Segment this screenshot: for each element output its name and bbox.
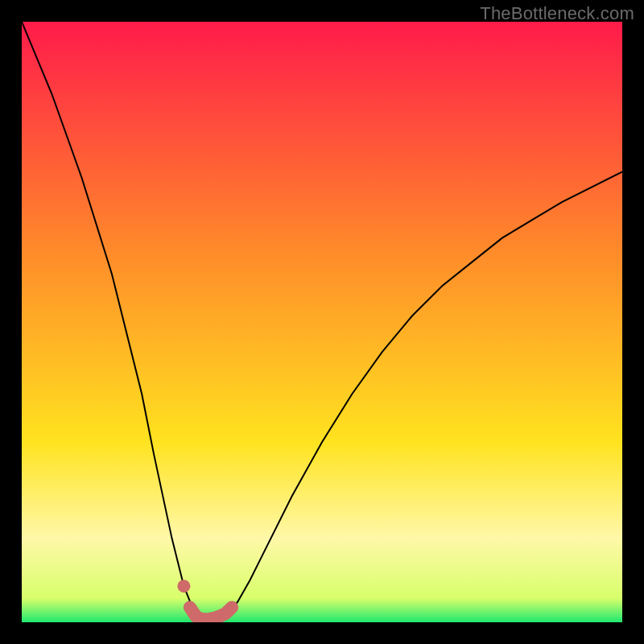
chart-frame: TheBottleneck.com	[0, 0, 644, 644]
gradient-background	[22, 22, 622, 622]
watermark-text: TheBottleneck.com	[480, 3, 634, 24]
chart-svg	[22, 22, 622, 622]
highlight-dot	[177, 580, 190, 592]
plot-area	[22, 22, 622, 622]
